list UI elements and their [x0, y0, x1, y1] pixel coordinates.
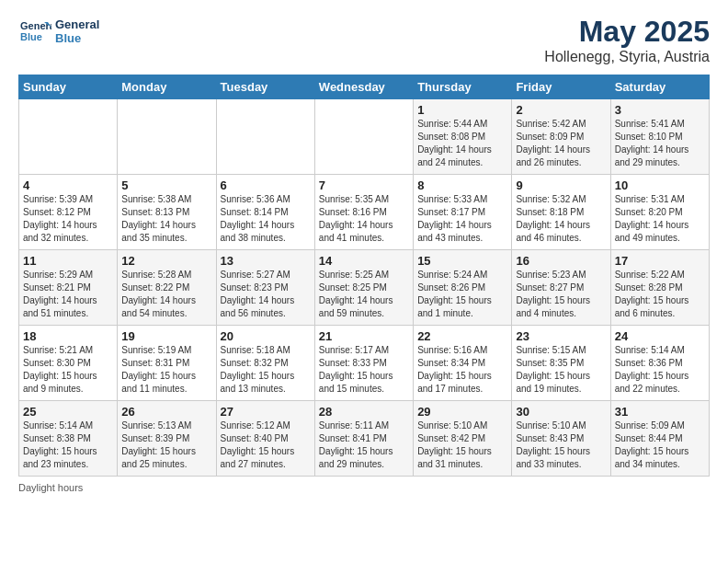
day-number: 4 [23, 178, 113, 192]
calendar-cell: 9Sunrise: 5:32 AMSunset: 8:18 PMDaylight… [512, 175, 610, 250]
day-number: 31 [615, 405, 705, 419]
calendar-cell: 14Sunrise: 5:25 AMSunset: 8:25 PMDayligh… [314, 250, 413, 326]
calendar-page: General Blue General Blue May 2025 Holle… [0, 0, 728, 508]
day-number: 13 [221, 254, 311, 268]
calendar-cell: 10Sunrise: 5:31 AMSunset: 8:20 PMDayligh… [610, 175, 709, 250]
day-number: 27 [221, 405, 311, 419]
day-header-saturday: Saturday [610, 75, 709, 99]
day-header-monday: Monday [118, 75, 216, 99]
day-number: 12 [121, 254, 211, 268]
logo-blue: Blue [55, 31, 99, 45]
day-info: Sunrise: 5:18 AMSunset: 8:32 PMDaylight:… [221, 344, 311, 396]
day-number: 23 [516, 329, 606, 343]
location-title: Hollenegg, Styria, Austria [544, 49, 710, 65]
day-number: 9 [516, 178, 606, 192]
calendar-cell: 31Sunrise: 5:09 AMSunset: 8:44 PMDayligh… [610, 401, 709, 477]
svg-text:Blue: Blue [20, 31, 42, 42]
day-number: 19 [121, 329, 211, 343]
day-info: Sunrise: 5:25 AMSunset: 8:25 PMDaylight:… [319, 269, 409, 320]
calendar-week-row: 18Sunrise: 5:21 AMSunset: 8:30 PMDayligh… [19, 326, 710, 401]
calendar-cell [118, 99, 216, 175]
calendar-cell: 12Sunrise: 5:28 AMSunset: 8:22 PMDayligh… [118, 250, 216, 326]
calendar-week-row: 1Sunrise: 5:44 AMSunset: 8:08 PMDaylight… [19, 99, 710, 175]
day-info: Sunrise: 5:11 AMSunset: 8:41 PMDaylight:… [319, 419, 409, 471]
calendar-cell [216, 99, 314, 175]
day-info: Sunrise: 5:10 AMSunset: 8:42 PMDaylight:… [417, 419, 507, 471]
calendar-cell: 30Sunrise: 5:10 AMSunset: 8:43 PMDayligh… [512, 401, 610, 477]
day-info: Sunrise: 5:24 AMSunset: 8:26 PMDaylight:… [417, 269, 507, 320]
day-info: Sunrise: 5:44 AMSunset: 8:08 PMDaylight:… [417, 118, 507, 169]
day-info: Sunrise: 5:19 AMSunset: 8:31 PMDaylight:… [121, 344, 211, 396]
calendar-cell: 24Sunrise: 5:14 AMSunset: 8:36 PMDayligh… [610, 326, 709, 401]
calendar-cell: 1Sunrise: 5:44 AMSunset: 8:08 PMDaylight… [414, 99, 512, 175]
day-number: 30 [516, 405, 606, 419]
day-info: Sunrise: 5:32 AMSunset: 8:18 PMDaylight:… [516, 193, 606, 245]
day-header-sunday: Sunday [19, 75, 118, 99]
calendar-cell [19, 99, 118, 175]
calendar-cell: 8Sunrise: 5:33 AMSunset: 8:17 PMDaylight… [414, 175, 512, 250]
day-header-wednesday: Wednesday [314, 75, 413, 99]
day-number: 18 [23, 329, 113, 343]
calendar-cell: 18Sunrise: 5:21 AMSunset: 8:30 PMDayligh… [19, 326, 118, 401]
day-info: Sunrise: 5:41 AMSunset: 8:10 PMDaylight:… [615, 118, 705, 169]
calendar-cell: 26Sunrise: 5:13 AMSunset: 8:39 PMDayligh… [118, 401, 216, 477]
footer: Daylight hours [18, 482, 710, 493]
day-info: Sunrise: 5:28 AMSunset: 8:22 PMDaylight:… [121, 269, 211, 320]
calendar-cell: 20Sunrise: 5:18 AMSunset: 8:32 PMDayligh… [216, 326, 314, 401]
day-info: Sunrise: 5:16 AMSunset: 8:34 PMDaylight:… [417, 344, 507, 396]
month-title: May 2025 [544, 15, 710, 49]
day-info: Sunrise: 5:27 AMSunset: 8:23 PMDaylight:… [221, 269, 311, 320]
calendar-week-row: 11Sunrise: 5:29 AMSunset: 8:21 PMDayligh… [19, 250, 710, 326]
day-number: 17 [615, 254, 705, 268]
day-info: Sunrise: 5:36 AMSunset: 8:14 PMDaylight:… [221, 193, 311, 245]
day-number: 7 [319, 178, 409, 192]
calendar-cell: 23Sunrise: 5:15 AMSunset: 8:35 PMDayligh… [512, 326, 610, 401]
calendar-week-row: 4Sunrise: 5:39 AMSunset: 8:12 PMDaylight… [19, 175, 710, 250]
day-number: 3 [615, 103, 705, 117]
calendar-table: SundayMondayTuesdayWednesdayThursdayFrid… [18, 75, 710, 477]
logo-icon: General Blue [18, 15, 51, 48]
calendar-cell: 28Sunrise: 5:11 AMSunset: 8:41 PMDayligh… [314, 401, 413, 477]
calendar-cell: 7Sunrise: 5:35 AMSunset: 8:16 PMDaylight… [314, 175, 413, 250]
title-block: May 2025 Hollenegg, Styria, Austria [544, 15, 710, 65]
day-number: 24 [615, 329, 705, 343]
day-info: Sunrise: 5:33 AMSunset: 8:17 PMDaylight:… [417, 193, 507, 245]
calendar-cell: 27Sunrise: 5:12 AMSunset: 8:40 PMDayligh… [216, 401, 314, 477]
day-number: 21 [319, 329, 409, 343]
day-header-tuesday: Tuesday [216, 75, 314, 99]
day-number: 28 [319, 405, 409, 419]
day-number: 22 [417, 329, 507, 343]
day-header-friday: Friday [512, 75, 610, 99]
calendar-cell: 17Sunrise: 5:22 AMSunset: 8:28 PMDayligh… [610, 250, 709, 326]
day-number: 14 [319, 254, 409, 268]
day-number: 16 [516, 254, 606, 268]
header: General Blue General Blue May 2025 Holle… [18, 15, 710, 65]
daylight-label: Daylight hours [18, 482, 83, 493]
day-info: Sunrise: 5:14 AMSunset: 8:38 PMDaylight:… [23, 419, 113, 471]
calendar-cell [314, 99, 413, 175]
day-info: Sunrise: 5:42 AMSunset: 8:09 PMDaylight:… [516, 118, 606, 169]
logo-general: General [55, 17, 99, 31]
calendar-cell: 29Sunrise: 5:10 AMSunset: 8:42 PMDayligh… [414, 401, 512, 477]
day-info: Sunrise: 5:38 AMSunset: 8:13 PMDaylight:… [121, 193, 211, 245]
calendar-cell: 21Sunrise: 5:17 AMSunset: 8:33 PMDayligh… [314, 326, 413, 401]
day-info: Sunrise: 5:35 AMSunset: 8:16 PMDaylight:… [319, 193, 409, 245]
calendar-cell: 6Sunrise: 5:36 AMSunset: 8:14 PMDaylight… [216, 175, 314, 250]
calendar-cell: 3Sunrise: 5:41 AMSunset: 8:10 PMDaylight… [610, 99, 709, 175]
calendar-cell: 25Sunrise: 5:14 AMSunset: 8:38 PMDayligh… [19, 401, 118, 477]
calendar-cell: 4Sunrise: 5:39 AMSunset: 8:12 PMDaylight… [19, 175, 118, 250]
calendar-week-row: 25Sunrise: 5:14 AMSunset: 8:38 PMDayligh… [19, 401, 710, 477]
day-info: Sunrise: 5:15 AMSunset: 8:35 PMDaylight:… [516, 344, 606, 396]
day-info: Sunrise: 5:17 AMSunset: 8:33 PMDaylight:… [319, 344, 409, 396]
calendar-cell: 19Sunrise: 5:19 AMSunset: 8:31 PMDayligh… [118, 326, 216, 401]
day-info: Sunrise: 5:29 AMSunset: 8:21 PMDaylight:… [23, 269, 113, 320]
day-number: 11 [23, 254, 113, 268]
calendar-cell: 16Sunrise: 5:23 AMSunset: 8:27 PMDayligh… [512, 250, 610, 326]
calendar-cell: 2Sunrise: 5:42 AMSunset: 8:09 PMDaylight… [512, 99, 610, 175]
day-info: Sunrise: 5:10 AMSunset: 8:43 PMDaylight:… [516, 419, 606, 471]
day-number: 10 [615, 178, 705, 192]
calendar-header-row: SundayMondayTuesdayWednesdayThursdayFrid… [19, 75, 710, 99]
day-number: 1 [417, 103, 507, 117]
day-info: Sunrise: 5:14 AMSunset: 8:36 PMDaylight:… [615, 344, 705, 396]
svg-text:General: General [20, 20, 51, 31]
